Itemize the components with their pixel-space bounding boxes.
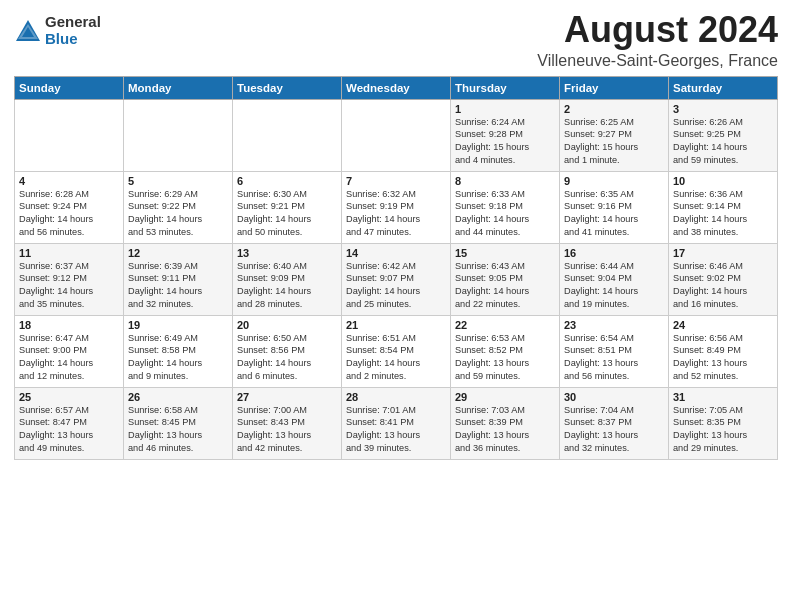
day-info: Sunrise: 6:26 AM Sunset: 9:25 PM Dayligh… xyxy=(673,116,773,168)
calendar-cell: 27Sunrise: 7:00 AM Sunset: 8:43 PM Dayli… xyxy=(233,387,342,459)
day-info: Sunrise: 6:47 AM Sunset: 9:00 PM Dayligh… xyxy=(19,332,119,384)
day-info: Sunrise: 6:25 AM Sunset: 9:27 PM Dayligh… xyxy=(564,116,664,168)
day-number: 27 xyxy=(237,391,337,403)
day-info: Sunrise: 6:57 AM Sunset: 8:47 PM Dayligh… xyxy=(19,404,119,456)
day-number: 7 xyxy=(346,175,446,187)
calendar-week-row: 25Sunrise: 6:57 AM Sunset: 8:47 PM Dayli… xyxy=(15,387,778,459)
calendar-cell: 16Sunrise: 6:44 AM Sunset: 9:04 PM Dayli… xyxy=(560,243,669,315)
day-info: Sunrise: 6:40 AM Sunset: 9:09 PM Dayligh… xyxy=(237,260,337,312)
calendar-cell: 6Sunrise: 6:30 AM Sunset: 9:21 PM Daylig… xyxy=(233,171,342,243)
day-number: 24 xyxy=(673,319,773,331)
calendar-week-row: 11Sunrise: 6:37 AM Sunset: 9:12 PM Dayli… xyxy=(15,243,778,315)
day-info: Sunrise: 6:58 AM Sunset: 8:45 PM Dayligh… xyxy=(128,404,228,456)
day-info: Sunrise: 7:01 AM Sunset: 8:41 PM Dayligh… xyxy=(346,404,446,456)
day-number: 16 xyxy=(564,247,664,259)
day-info: Sunrise: 6:33 AM Sunset: 9:18 PM Dayligh… xyxy=(455,188,555,240)
day-info: Sunrise: 7:03 AM Sunset: 8:39 PM Dayligh… xyxy=(455,404,555,456)
day-info: Sunrise: 6:35 AM Sunset: 9:16 PM Dayligh… xyxy=(564,188,664,240)
calendar-cell: 9Sunrise: 6:35 AM Sunset: 9:16 PM Daylig… xyxy=(560,171,669,243)
calendar-cell xyxy=(342,99,451,171)
calendar-cell: 14Sunrise: 6:42 AM Sunset: 9:07 PM Dayli… xyxy=(342,243,451,315)
calendar-cell: 28Sunrise: 7:01 AM Sunset: 8:41 PM Dayli… xyxy=(342,387,451,459)
weekday-header: Friday xyxy=(560,76,669,99)
day-number: 13 xyxy=(237,247,337,259)
header: General Blue August 2024 Villeneuve-Sain… xyxy=(14,10,778,70)
calendar-cell: 26Sunrise: 6:58 AM Sunset: 8:45 PM Dayli… xyxy=(124,387,233,459)
day-number: 26 xyxy=(128,391,228,403)
month-title: August 2024 xyxy=(537,10,778,50)
day-info: Sunrise: 6:54 AM Sunset: 8:51 PM Dayligh… xyxy=(564,332,664,384)
day-number: 28 xyxy=(346,391,446,403)
calendar-week-row: 1Sunrise: 6:24 AM Sunset: 9:28 PM Daylig… xyxy=(15,99,778,171)
day-info: Sunrise: 6:28 AM Sunset: 9:24 PM Dayligh… xyxy=(19,188,119,240)
calendar-cell: 21Sunrise: 6:51 AM Sunset: 8:54 PM Dayli… xyxy=(342,315,451,387)
calendar-cell: 8Sunrise: 6:33 AM Sunset: 9:18 PM Daylig… xyxy=(451,171,560,243)
day-number: 2 xyxy=(564,103,664,115)
calendar-cell: 5Sunrise: 6:29 AM Sunset: 9:22 PM Daylig… xyxy=(124,171,233,243)
day-number: 5 xyxy=(128,175,228,187)
calendar-cell: 7Sunrise: 6:32 AM Sunset: 9:19 PM Daylig… xyxy=(342,171,451,243)
calendar-cell: 15Sunrise: 6:43 AM Sunset: 9:05 PM Dayli… xyxy=(451,243,560,315)
calendar-cell: 31Sunrise: 7:05 AM Sunset: 8:35 PM Dayli… xyxy=(669,387,778,459)
day-number: 29 xyxy=(455,391,555,403)
weekday-header: Sunday xyxy=(15,76,124,99)
day-number: 30 xyxy=(564,391,664,403)
calendar-cell: 25Sunrise: 6:57 AM Sunset: 8:47 PM Dayli… xyxy=(15,387,124,459)
day-info: Sunrise: 7:04 AM Sunset: 8:37 PM Dayligh… xyxy=(564,404,664,456)
weekday-header: Tuesday xyxy=(233,76,342,99)
page: General Blue August 2024 Villeneuve-Sain… xyxy=(0,0,792,612)
logo-icon xyxy=(14,17,42,45)
calendar-cell: 12Sunrise: 6:39 AM Sunset: 9:11 PM Dayli… xyxy=(124,243,233,315)
day-number: 1 xyxy=(455,103,555,115)
day-info: Sunrise: 6:42 AM Sunset: 9:07 PM Dayligh… xyxy=(346,260,446,312)
location-title: Villeneuve-Saint-Georges, France xyxy=(537,52,778,70)
day-info: Sunrise: 6:49 AM Sunset: 8:58 PM Dayligh… xyxy=(128,332,228,384)
day-info: Sunrise: 6:39 AM Sunset: 9:11 PM Dayligh… xyxy=(128,260,228,312)
day-info: Sunrise: 6:43 AM Sunset: 9:05 PM Dayligh… xyxy=(455,260,555,312)
day-info: Sunrise: 6:46 AM Sunset: 9:02 PM Dayligh… xyxy=(673,260,773,312)
day-info: Sunrise: 6:30 AM Sunset: 9:21 PM Dayligh… xyxy=(237,188,337,240)
day-number: 8 xyxy=(455,175,555,187)
logo-general-label: General xyxy=(45,14,101,31)
calendar-cell xyxy=(124,99,233,171)
day-info: Sunrise: 6:53 AM Sunset: 8:52 PM Dayligh… xyxy=(455,332,555,384)
day-info: Sunrise: 6:51 AM Sunset: 8:54 PM Dayligh… xyxy=(346,332,446,384)
day-info: Sunrise: 6:29 AM Sunset: 9:22 PM Dayligh… xyxy=(128,188,228,240)
calendar-cell: 2Sunrise: 6:25 AM Sunset: 9:27 PM Daylig… xyxy=(560,99,669,171)
weekday-header: Saturday xyxy=(669,76,778,99)
calendar-cell: 3Sunrise: 6:26 AM Sunset: 9:25 PM Daylig… xyxy=(669,99,778,171)
day-number: 14 xyxy=(346,247,446,259)
calendar-cell: 22Sunrise: 6:53 AM Sunset: 8:52 PM Dayli… xyxy=(451,315,560,387)
day-info: Sunrise: 6:50 AM Sunset: 8:56 PM Dayligh… xyxy=(237,332,337,384)
day-number: 25 xyxy=(19,391,119,403)
logo-text: General Blue xyxy=(45,14,101,47)
calendar-cell: 18Sunrise: 6:47 AM Sunset: 9:00 PM Dayli… xyxy=(15,315,124,387)
day-number: 15 xyxy=(455,247,555,259)
weekday-header: Monday xyxy=(124,76,233,99)
calendar-cell: 30Sunrise: 7:04 AM Sunset: 8:37 PM Dayli… xyxy=(560,387,669,459)
day-info: Sunrise: 6:56 AM Sunset: 8:49 PM Dayligh… xyxy=(673,332,773,384)
day-number: 11 xyxy=(19,247,119,259)
day-info: Sunrise: 6:24 AM Sunset: 9:28 PM Dayligh… xyxy=(455,116,555,168)
day-info: Sunrise: 7:00 AM Sunset: 8:43 PM Dayligh… xyxy=(237,404,337,456)
calendar-cell: 4Sunrise: 6:28 AM Sunset: 9:24 PM Daylig… xyxy=(15,171,124,243)
calendar-cell: 17Sunrise: 6:46 AM Sunset: 9:02 PM Dayli… xyxy=(669,243,778,315)
day-number: 23 xyxy=(564,319,664,331)
calendar-cell: 13Sunrise: 6:40 AM Sunset: 9:09 PM Dayli… xyxy=(233,243,342,315)
calendar-cell: 20Sunrise: 6:50 AM Sunset: 8:56 PM Dayli… xyxy=(233,315,342,387)
calendar-cell: 19Sunrise: 6:49 AM Sunset: 8:58 PM Dayli… xyxy=(124,315,233,387)
day-number: 4 xyxy=(19,175,119,187)
day-number: 10 xyxy=(673,175,773,187)
day-info: Sunrise: 6:32 AM Sunset: 9:19 PM Dayligh… xyxy=(346,188,446,240)
day-number: 31 xyxy=(673,391,773,403)
calendar-cell: 1Sunrise: 6:24 AM Sunset: 9:28 PM Daylig… xyxy=(451,99,560,171)
calendar-cell: 29Sunrise: 7:03 AM Sunset: 8:39 PM Dayli… xyxy=(451,387,560,459)
day-number: 12 xyxy=(128,247,228,259)
calendar-week-row: 18Sunrise: 6:47 AM Sunset: 9:00 PM Dayli… xyxy=(15,315,778,387)
day-info: Sunrise: 7:05 AM Sunset: 8:35 PM Dayligh… xyxy=(673,404,773,456)
weekday-header: Wednesday xyxy=(342,76,451,99)
day-number: 21 xyxy=(346,319,446,331)
day-number: 19 xyxy=(128,319,228,331)
logo-blue-label: Blue xyxy=(45,31,101,48)
calendar-cell xyxy=(15,99,124,171)
